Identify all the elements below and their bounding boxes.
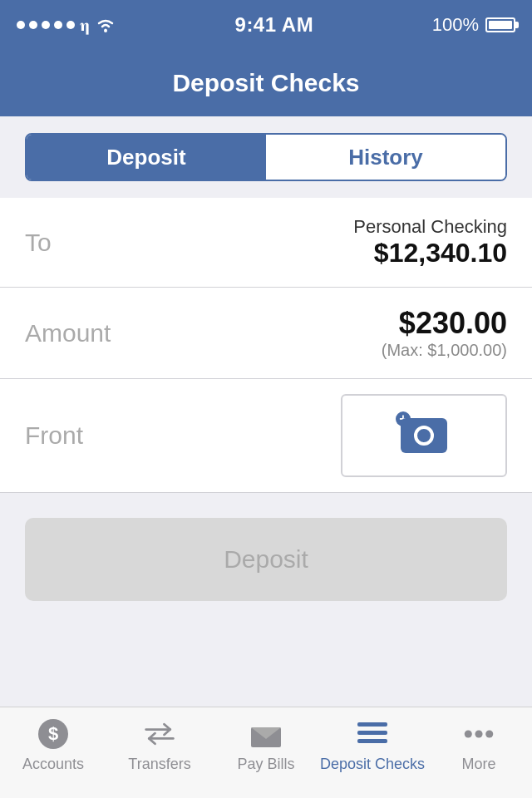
account-name: Personal Checking — [353, 216, 507, 238]
to-row[interactable]: To Personal Checking $12,340.10 — [0, 198, 532, 288]
account-balance: $12,340.10 — [353, 238, 507, 268]
svg-point-9 — [475, 730, 482, 737]
svg-point-0 — [104, 29, 107, 32]
page-title: Deposit Checks — [172, 69, 359, 97]
tab-transfers[interactable]: Transfers — [106, 717, 213, 773]
deposit-checks-icon — [356, 719, 389, 749]
amount-info: $230.00 (Max: $1,000.00) — [382, 306, 507, 360]
tab-accounts[interactable]: $ Accounts — [0, 717, 106, 773]
status-bar: 𝛈 9:41 AM 100% — [0, 0, 532, 50]
svg-point-8 — [465, 730, 472, 737]
svg-point-10 — [485, 730, 493, 737]
account-info: Personal Checking $12,340.10 — [353, 216, 507, 268]
to-label: To — [25, 229, 52, 257]
tab-deposit-checks-label: Deposit Checks — [320, 756, 425, 773]
signal-dots — [17, 21, 75, 29]
wifi-icon — [95, 17, 116, 33]
history-tab[interactable]: History — [266, 135, 505, 180]
deposit-submit-button[interactable]: Deposit — [25, 518, 507, 601]
battery-icon — [485, 17, 515, 32]
front-row: Front + — [0, 379, 532, 493]
pay-bills-icon — [249, 719, 283, 749]
status-left: 𝛈 — [17, 16, 116, 35]
tab-accounts-label: Accounts — [22, 756, 84, 773]
amount-label: Amount — [25, 319, 111, 347]
tab-bar: $ Accounts Transfers Pay Bills — [0, 707, 532, 798]
amount-max: (Max: $1,000.00) — [382, 341, 507, 360]
status-right: 100% — [432, 14, 515, 36]
amount-row[interactable]: Amount $230.00 (Max: $1,000.00) — [0, 288, 532, 379]
tab-pay-bills[interactable]: Pay Bills — [213, 717, 319, 773]
deposit-tab[interactable]: Deposit — [27, 135, 266, 180]
status-time: 9:41 AM — [235, 13, 314, 37]
camera-button[interactable]: + — [341, 394, 507, 477]
transfers-icon — [143, 719, 176, 749]
svg-rect-5 — [357, 722, 387, 727]
svg-rect-6 — [357, 731, 387, 735]
front-label: Front — [25, 421, 83, 450]
camera-icon: + — [401, 418, 447, 453]
wifi-icon: 𝛈 — [80, 16, 90, 35]
tab-pay-bills-label: Pay Bills — [237, 756, 294, 773]
tab-more-label: More — [461, 756, 495, 773]
nav-bar: Deposit Checks — [0, 50, 532, 116]
battery-percent: 100% — [432, 14, 479, 36]
tab-deposit-checks[interactable]: Deposit Checks — [319, 717, 426, 773]
deposit-button-wrap: Deposit — [0, 493, 532, 626]
segment-control[interactable]: Deposit History — [25, 133, 507, 181]
form-area: To Personal Checking $12,340.10 Amount $… — [0, 198, 532, 493]
amount-value: $230.00 — [382, 306, 507, 341]
svg-rect-7 — [357, 739, 387, 743]
more-icon — [462, 719, 495, 749]
accounts-icon: $ — [38, 719, 68, 749]
tab-more[interactable]: More — [426, 717, 532, 773]
tab-transfers-label: Transfers — [128, 756, 190, 773]
